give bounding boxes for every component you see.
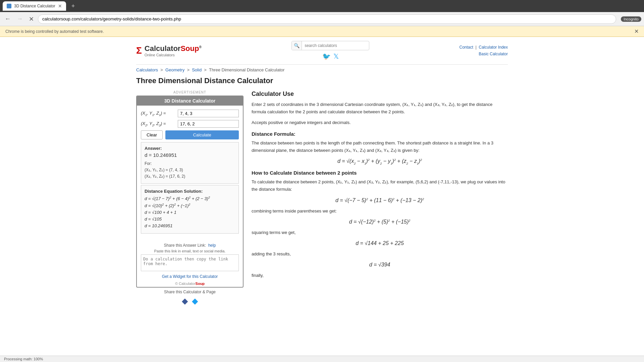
coord2-input[interactable] <box>178 120 239 128</box>
breadcrumb-calculators[interactable]: Calculators <box>136 67 158 72</box>
equation-section: Distance Equation Solution: d = √(17 − 7… <box>141 185 239 234</box>
breadcrumb-geometry[interactable]: Geometry <box>165 67 184 72</box>
logo-sub: Online Calculators <box>145 53 202 57</box>
tab-close-button[interactable]: ✕ <box>58 3 62 9</box>
main-formula: d = √(x2 − x1)2 + (y2 − y1)2 + (z2 − z1)… <box>252 158 508 165</box>
answer-section: Answer: d = 10.246951 For: (X₁, Y₁, Z₁) … <box>141 142 239 184</box>
squaring-text: squaring terms we get, <box>252 229 508 236</box>
share-help-link[interactable]: help <box>208 243 216 248</box>
basic-calculator-link[interactable]: Basic Calculator <box>479 52 508 56</box>
share-page-label: Share this Calculator & Page <box>136 288 244 295</box>
tab-title: 3D Distance Calculator <box>14 4 55 8</box>
forward-button[interactable]: → <box>15 14 25 24</box>
url-bar[interactable] <box>38 14 616 24</box>
combining-text: combining terms inside parentheses we ge… <box>252 207 508 215</box>
how-text-1: To calculate the distance between 2 poin… <box>252 178 508 193</box>
dist-formula-title: Distance Formula: <box>252 131 508 137</box>
incognito-badge: Incognito <box>621 16 641 22</box>
calc-use-title: Calculator Use <box>252 90 508 98</box>
ad-label: ADVERTISEMENT <box>136 90 244 94</box>
adding-formula: d = √394 <box>252 262 508 268</box>
clear-button[interactable]: Clear <box>141 130 163 139</box>
breadcrumb-current: Three Dimensional Distance Calculator <box>209 67 284 72</box>
calculator-box: 3D Distance Calculator (X1, Y1, Z1) = (X… <box>136 96 244 288</box>
copyright: © CalculatorSoup <box>137 280 243 287</box>
widget-link-anchor[interactable]: Get a Widget for this Calculator <box>162 274 218 279</box>
eq-step-1: d = √(17 − 7)2 + (6 − 4)2 + (2 − 3)2 <box>145 196 235 201</box>
eq-step-5: d = 10.246951 <box>145 223 235 228</box>
finally-text: finally, <box>252 272 508 279</box>
use-text-1: Enter 2 sets of coordinates in the 3 dim… <box>252 101 508 116</box>
eq-step-4: d = √105 <box>145 217 235 222</box>
back-button[interactable]: ← <box>3 14 13 24</box>
coord1-input[interactable] <box>178 110 239 117</box>
logo-sigma: Σ <box>136 45 142 56</box>
page-title: Three Dimensional Distance Calculator <box>136 76 508 85</box>
warning-close-icon[interactable]: ✕ <box>634 28 639 35</box>
logo-text[interactable]: CalculatorSoup® <box>145 44 202 53</box>
reload-button[interactable]: ✕ <box>27 14 36 24</box>
calculate-button[interactable]: Calculate <box>165 130 239 139</box>
eq-step-3: d = √100 + 4 + 1 <box>145 210 235 215</box>
header-links: Contact | Calculator Index <box>459 45 508 50</box>
search-input[interactable] <box>302 43 369 48</box>
coord1-label: (X1, Y1, Z1) = <box>141 111 178 117</box>
share-link-area: Share this Answer Link: help <box>141 241 239 249</box>
eq-step-2: d = √(10)2 + (2)2 + (−1)2 <box>145 203 235 208</box>
search-icon: 🔍 <box>292 41 302 50</box>
answer-for: For: (X₁, Y₁, Z₁) = (7, 4, 3) (X₂, Y₂, Z… <box>145 161 235 180</box>
adding-text: adding the 3 results, <box>252 250 508 258</box>
tab-icon <box>7 4 11 8</box>
warning-text: Chrome is being controlled by automated … <box>5 29 104 34</box>
share-textarea[interactable] <box>141 254 239 271</box>
share-facebook-icon[interactable]: ◆ <box>182 296 188 306</box>
breadcrumb: Calculators > Geometry > Solid > Three D… <box>136 65 508 74</box>
calculator-header: 3D Distance Calculator <box>137 96 243 106</box>
dist-formula-text: The distance between two points is the l… <box>252 139 508 154</box>
squaring-formula: d = √144 + 25 + 225 <box>252 240 508 246</box>
answer-label: Answer: <box>145 146 235 151</box>
facebook-icon[interactable]: 🐦 <box>322 52 331 60</box>
twitter-icon[interactable]: 𝕏 <box>333 52 339 60</box>
share-twitter-icon[interactable]: ◆ <box>192 296 198 306</box>
equation-label: Distance Equation Solution: <box>145 189 235 194</box>
use-text-2: Accepts positive or negative integers an… <box>252 119 508 126</box>
calculator-index-link[interactable]: Calculator Index <box>479 45 508 50</box>
how-title: How to Calculate Distance between 2 poin… <box>252 170 508 176</box>
new-tab-button[interactable]: + <box>69 3 78 10</box>
contact-link[interactable]: Contact <box>459 45 473 50</box>
example-formula: d = √(−7 − 5)2 + (11 − 6)2 + (−13 − 2)2 <box>252 197 508 203</box>
breadcrumb-solid[interactable]: Solid <box>192 67 202 72</box>
widget-link: Get a Widget for this Calculator <box>137 272 243 280</box>
coord2-label: (X2, Y2, Z2) = <box>141 121 178 127</box>
combining-formula: d = √(−12)2 + (5)2 + (−15)2 <box>252 219 508 225</box>
answer-value: d = 10.246951 <box>145 152 235 158</box>
share-sub: Paste this link in email, text or social… <box>141 249 239 253</box>
